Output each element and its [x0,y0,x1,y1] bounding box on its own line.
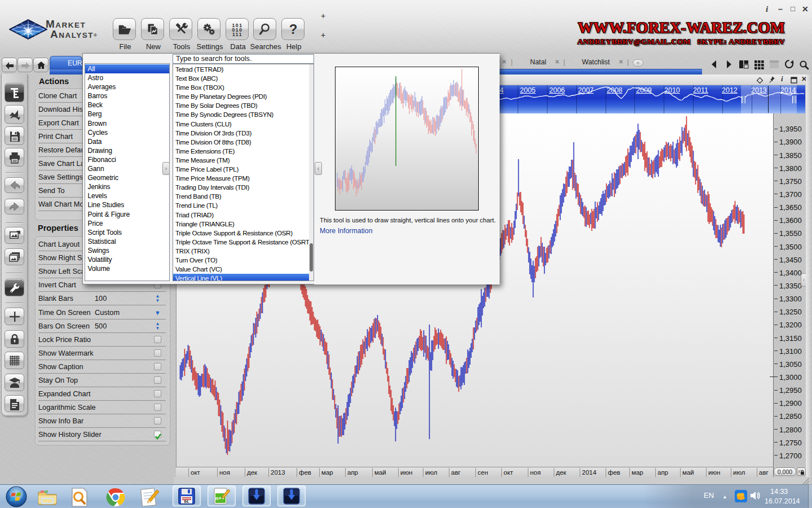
svg-text:64.: 64. [184,500,189,503]
svg-text:?: ? [289,23,298,36]
svg-text:111: 111 [232,32,242,36]
